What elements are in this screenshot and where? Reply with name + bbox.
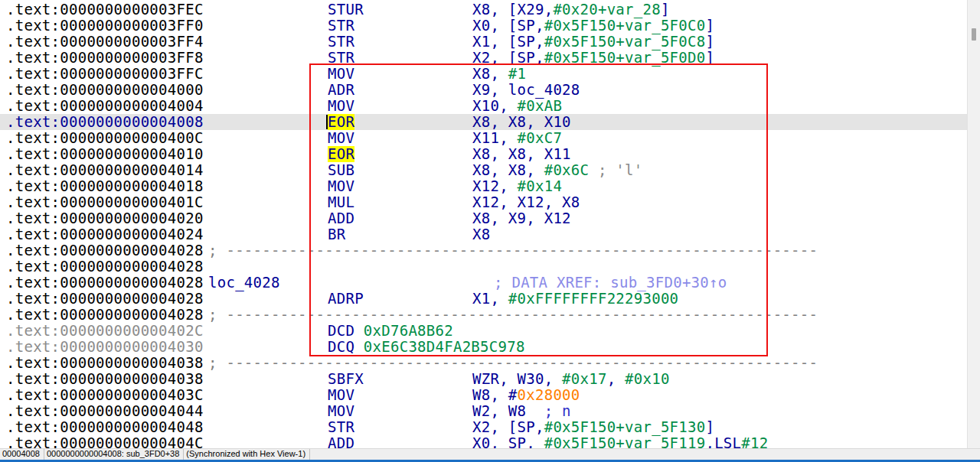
disasm-line[interactable]: .text:0000000000004014SUBX8, X8, #0x6C ;…	[0, 162, 968, 178]
disasm-line[interactable]: .text:0000000000004028; ----------------…	[0, 242, 968, 259]
disasm-line[interactable]: .text:000000000000404CADDX0, SP, #0x5F15…	[0, 435, 968, 449]
scrollbar-thumb[interactable]	[972, 28, 976, 41]
disasm-line[interactable]: .text:0000000000004010EORX8, X8, X11	[0, 146, 968, 162]
address[interactable]: .text:0000000000004028	[6, 259, 204, 275]
disasm-line[interactable]: .text:0000000000004028ADRPX1, #0xFFFFFFF…	[0, 291, 968, 307]
address[interactable]: .text:0000000000003FF0	[6, 18, 204, 34]
mnemonic[interactable]: BR	[328, 226, 345, 242]
operands[interactable]: X8	[472, 226, 490, 242]
disasm-line[interactable]: .text:000000000000402CDCD 0xD76A8B62	[0, 323, 968, 339]
mnemonic[interactable]: MOV	[328, 178, 354, 194]
disasm-line[interactable]: .text:0000000000003FF4STRX1, [SP,#0x5F15…	[0, 34, 968, 50]
address[interactable]: .text:0000000000003FFC	[6, 66, 204, 82]
mnemonic[interactable]: STUR	[328, 2, 364, 18]
address[interactable]: .text:0000000000004020	[6, 210, 204, 226]
disasm-line[interactable]: .text:000000000000401CMULX12, X12, X8	[0, 194, 968, 210]
mnemonic[interactable]: MUL	[328, 194, 354, 210]
mnemonic[interactable]: MOV	[328, 98, 354, 114]
mnemonic[interactable]: MOV	[328, 387, 354, 403]
operands[interactable]: W2, W8 ; n	[472, 403, 571, 419]
mnemonic[interactable]: ADD	[328, 210, 354, 226]
operands[interactable]: X2, [SP,#0x5F150+var_5F130]	[472, 419, 714, 435]
mnemonic[interactable]: ADRP	[328, 291, 364, 307]
operands[interactable]: W8, #0x28000	[472, 387, 580, 403]
disasm-line[interactable]: .text:0000000000004048STRX2, [SP,#0x5F15…	[0, 419, 968, 435]
address[interactable]: .text:0000000000004028	[6, 307, 204, 323]
operands[interactable]: X8, X8, X10	[472, 114, 571, 130]
address[interactable]: .text:0000000000003FEC	[6, 2, 204, 18]
address[interactable]: .text:0000000000004018	[6, 178, 204, 194]
xref-comment[interactable]: ; DATA XREF: sub_3FD0+30↑o	[494, 275, 727, 291]
operands[interactable]: DCQ 0xE6C38D4FA2B5C978	[328, 339, 525, 355]
mnemonic[interactable]: EOR	[328, 114, 354, 130]
address[interactable]: .text:0000000000004038	[6, 355, 204, 371]
operands[interactable]: X1, [SP,#0x5F150+var_5F0C8]	[472, 34, 714, 50]
operands[interactable]: X11, #0xC7	[472, 130, 562, 146]
operands[interactable]: X12, #0x14	[472, 178, 562, 194]
operands[interactable]: X8, #1	[472, 66, 526, 82]
mnemonic[interactable]: SBFX	[328, 371, 364, 387]
address[interactable]: .text:000000000000401C	[6, 194, 204, 210]
mnemonic[interactable]: SUB	[328, 162, 354, 178]
disasm-line[interactable]: .text:0000000000004028	[0, 259, 968, 275]
disasm-line[interactable]: .text:0000000000003FECSTURX8, [X29,#0x20…	[0, 2, 968, 18]
address[interactable]: .text:0000000000004004	[6, 98, 204, 114]
disasm-line[interactable]: .text:000000000000403CMOVW8, #0x28000	[0, 387, 968, 403]
disasm-line[interactable]: .text:0000000000004044MOVW2, W8 ; n	[0, 403, 968, 419]
address[interactable]: .text:0000000000004038	[6, 371, 204, 387]
operands[interactable]: X8, X8, #0x6C ; 'l'	[472, 162, 642, 178]
mnemonic[interactable]: STR	[328, 419, 354, 435]
disasm-line[interactable]: .text:0000000000004028; ----------------…	[0, 307, 968, 323]
disasm-line[interactable]: .text:0000000000003FF8STRX2, [SP,#0x5F15…	[0, 50, 968, 66]
operands[interactable]: X0, [SP,#0x5F150+var_5F0C0]	[472, 18, 714, 34]
disasm-line[interactable]: .text:0000000000004004MOVX10, #0xAB	[0, 98, 968, 114]
vertical-scrollbar[interactable]	[967, 0, 980, 449]
mnemonic[interactable]: STR	[328, 18, 354, 34]
operands[interactable]: X1, #0xFFFFFFFF22293000	[472, 291, 678, 307]
disasm-line[interactable]: .text:000000000000400CMOVX11, #0xC7	[0, 130, 968, 146]
mnemonic[interactable]: STR	[328, 50, 354, 66]
operands[interactable]: DCD 0xD76A8B62	[328, 323, 453, 339]
address[interactable]: .text:0000000000004000	[6, 82, 204, 98]
code-label[interactable]: loc_4028	[208, 275, 280, 291]
mnemonic[interactable]: MOV	[328, 403, 354, 419]
operands[interactable]: X9, loc_4028	[472, 82, 580, 98]
operands[interactable]: X0, SP, #0x5F150+var_5F119,LSL#12	[472, 435, 768, 449]
mnemonic[interactable]: ADD	[328, 435, 354, 449]
address[interactable]: .text:000000000000402C	[6, 323, 204, 339]
mnemonic[interactable]: EOR	[328, 146, 354, 162]
disasm-line[interactable]: .text:0000000000004038; ----------------…	[0, 355, 968, 371]
mnemonic[interactable]: MOV	[328, 130, 354, 146]
address[interactable]: .text:000000000000403C	[6, 387, 204, 403]
address[interactable]: .text:0000000000004028	[6, 242, 204, 259]
address[interactable]: .text:0000000000004028	[6, 275, 204, 291]
address[interactable]: .text:000000000000400C	[6, 130, 204, 146]
disasm-line[interactable]: .text:0000000000004038SBFXWZR, W30, #0x1…	[0, 371, 968, 387]
operands[interactable]: WZR, W30, #0x17, #0x10	[472, 371, 670, 387]
operands[interactable]: X8, X9, X12	[472, 210, 571, 226]
disasm-line[interactable]: .text:0000000000003FF0STRX0, [SP,#0x5F15…	[0, 18, 968, 34]
address[interactable]: .text:0000000000004014	[6, 162, 204, 178]
disasm-line[interactable]: .text:0000000000004018MOVX12, #0x14	[0, 178, 968, 194]
disasm-line[interactable]: .text:0000000000004020ADDX8, X9, X12	[0, 210, 968, 226]
disasm-line[interactable]: .text:0000000000004008EORX8, X8, X10	[0, 114, 968, 130]
address[interactable]: .text:0000000000004010	[6, 146, 204, 162]
operands[interactable]: X10, #0xAB	[472, 98, 562, 114]
disasm-line[interactable]: .text:0000000000003FFCMOVX8, #1	[0, 66, 968, 82]
address[interactable]: .text:0000000000003FF8	[6, 50, 204, 66]
mnemonic[interactable]: ADR	[328, 82, 354, 98]
address[interactable]: .text:0000000000003FF4	[6, 34, 204, 50]
operands[interactable]: X2, [SP,#0x5F150+var_5F0D0]	[472, 50, 714, 66]
mnemonic[interactable]: STR	[328, 34, 354, 50]
address[interactable]: .text:000000000000404C	[6, 435, 204, 449]
operands[interactable]: X12, X12, X8	[472, 194, 580, 210]
disasm-line[interactable]: .text:0000000000004024BRX8	[0, 226, 968, 242]
address[interactable]: .text:0000000000004024	[6, 226, 204, 242]
address[interactable]: .text:0000000000004030	[6, 339, 204, 355]
address[interactable]: .text:0000000000004028	[6, 291, 204, 307]
address[interactable]: .text:0000000000004048	[6, 419, 204, 435]
disasm-line[interactable]: .text:0000000000004000ADRX9, loc_4028	[0, 82, 968, 98]
disassembly-view[interactable]: .text:0000000000003FECSTURX8, [X29,#0x20…	[0, 0, 968, 449]
disasm-line[interactable]: .text:0000000000004028loc_4028; DATA XRE…	[0, 275, 968, 291]
mnemonic[interactable]: MOV	[328, 66, 354, 82]
